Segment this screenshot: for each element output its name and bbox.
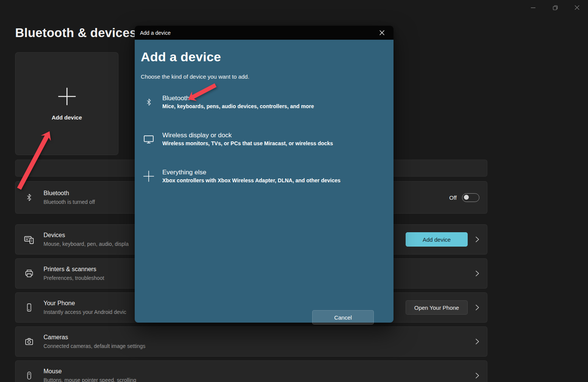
row-title: Devices xyxy=(44,231,129,239)
phone-icon xyxy=(23,302,35,313)
dialog-body: Add a device Choose the kind of device y… xyxy=(135,40,394,323)
chevron-right-icon xyxy=(475,270,479,277)
chevron-right-icon xyxy=(475,372,479,379)
chevron-right-icon xyxy=(475,304,479,311)
row-subtitle: Connected cameras, default image setting… xyxy=(44,343,145,349)
row-subtitle: Mouse, keyboard, pen, audio, displa xyxy=(44,241,129,247)
option-title: Everything else xyxy=(162,168,341,177)
dialog-heading: Add a device xyxy=(141,50,394,64)
row-mouse[interactable]: Mouse Buttons, mouse pointer speed, scro… xyxy=(15,360,487,382)
dialog-titlebar-title: Add a device xyxy=(140,30,171,36)
option-desc: Xbox controllers with Xbox Wireless Adap… xyxy=(162,177,341,185)
toggle-knob xyxy=(464,195,469,200)
devices-icon xyxy=(23,234,35,245)
printer-icon xyxy=(23,269,35,278)
add-device-button[interactable]: Add device xyxy=(406,232,468,247)
row-title: Printers & scanners xyxy=(44,266,104,273)
bluetooth-row-subtitle: Bluetooth is turned off xyxy=(44,199,95,205)
row-subtitle: Preferences, troubleshoot xyxy=(44,275,104,281)
camera-icon xyxy=(23,337,35,346)
chevron-right-icon xyxy=(475,338,479,345)
settings-window: Bluetooth & devices Add device Bluetooth… xyxy=(0,0,588,382)
wireless-display-icon xyxy=(141,134,157,144)
open-your-phone-button[interactable]: Open Your Phone xyxy=(406,300,468,315)
add-device-dialog: Add a device Add a device Choose the kin… xyxy=(135,26,394,323)
dialog-subheading: Choose the kind of device you want to ad… xyxy=(141,73,394,80)
window-controls xyxy=(522,0,588,15)
plus-icon xyxy=(141,171,157,182)
bluetooth-icon xyxy=(141,96,157,108)
row-title: Cameras xyxy=(44,334,145,341)
toggle-state-label: Off xyxy=(449,194,457,201)
chevron-right-icon xyxy=(475,236,479,243)
close-icon[interactable] xyxy=(566,0,588,15)
cancel-button[interactable]: Cancel xyxy=(312,310,374,325)
restore-icon[interactable] xyxy=(544,0,566,15)
row-subtitle: Buttons, mouse pointer speed, scrolling xyxy=(44,377,136,382)
minimize-icon[interactable] xyxy=(522,0,544,15)
dialog-titlebar: Add a device xyxy=(135,26,394,40)
bluetooth-toggle[interactable] xyxy=(462,193,479,202)
option-title: Wireless display or dock xyxy=(162,131,333,140)
annotation-arrow-bluetooth-option xyxy=(174,79,223,107)
mouse-icon xyxy=(23,370,35,381)
row-title: Your Phone xyxy=(44,300,126,307)
add-device-tile-label: Add device xyxy=(51,114,82,121)
row-cameras[interactable]: Cameras Connected cameras, default image… xyxy=(15,326,487,357)
option-desc: Wireless monitors, TVs, or PCs that use … xyxy=(162,140,333,148)
annotation-arrow-add-device-tile xyxy=(9,125,59,195)
option-everything-else[interactable]: Everything else Xbox controllers with Xb… xyxy=(141,166,394,186)
page-title: Bluetooth & devices xyxy=(15,26,137,40)
dialog-close-icon[interactable] xyxy=(375,27,388,39)
option-wireless-display[interactable]: Wireless display or dock Wireless monito… xyxy=(141,129,394,149)
plus-icon xyxy=(58,87,76,106)
row-title: Mouse xyxy=(44,368,136,375)
row-subtitle: Instantly access your Android devic xyxy=(44,309,126,315)
